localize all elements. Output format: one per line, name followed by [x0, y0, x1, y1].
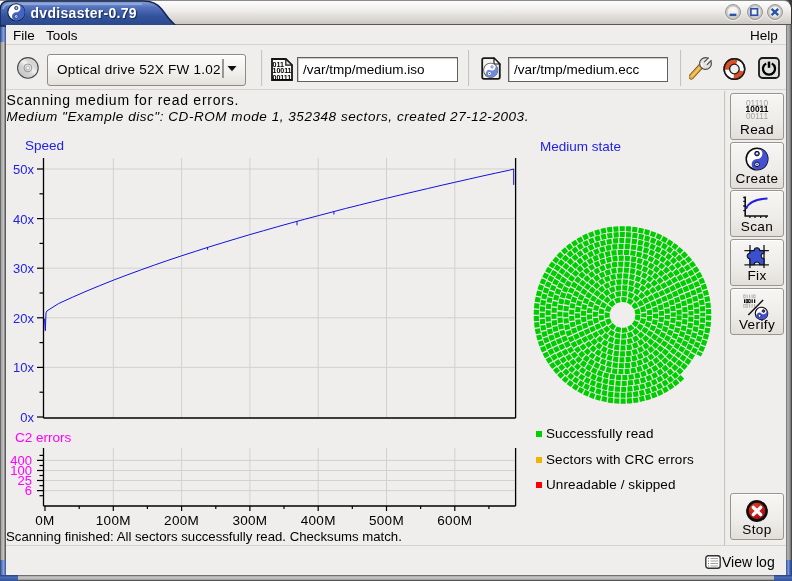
svg-text:6: 6: [25, 483, 32, 498]
svg-text:400M: 400M: [301, 513, 336, 528]
svg-text:C2 errors: C2 errors: [15, 430, 72, 445]
svg-text:Medium state: Medium state: [540, 139, 621, 154]
svg-text:200M: 200M: [164, 513, 199, 528]
svg-text:40x: 40x: [13, 212, 34, 227]
svg-text:600M: 600M: [437, 513, 472, 528]
svg-text:50x: 50x: [13, 162, 34, 177]
svg-text:Speed: Speed: [25, 138, 64, 153]
svg-text:10x: 10x: [13, 360, 34, 375]
svg-text:30x: 30x: [13, 261, 34, 276]
svg-text:20x: 20x: [13, 311, 34, 326]
svg-text:500M: 500M: [369, 513, 404, 528]
svg-text:0M: 0M: [35, 513, 54, 528]
svg-text:100M: 100M: [96, 513, 131, 528]
svg-text:300M: 300M: [232, 513, 267, 528]
svg-text:0x: 0x: [20, 410, 34, 425]
